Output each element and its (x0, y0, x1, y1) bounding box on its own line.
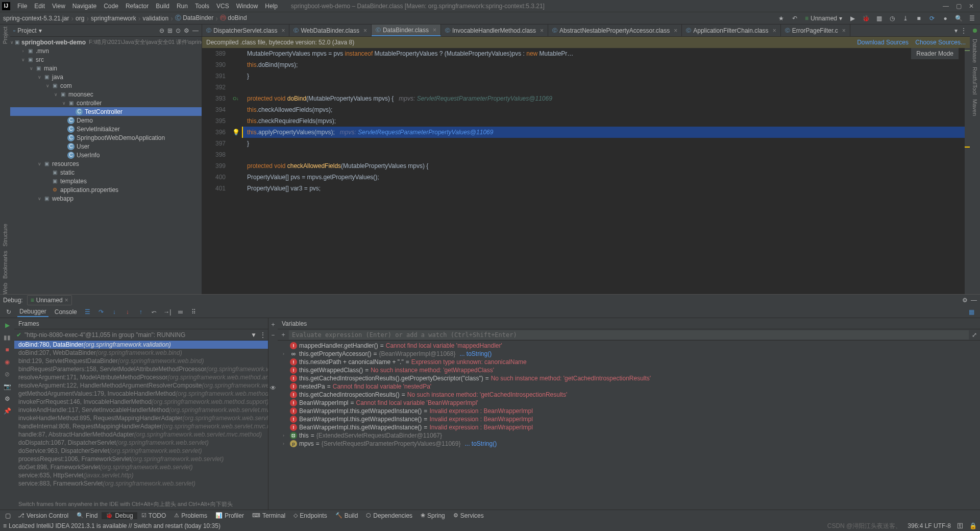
threads-icon[interactable]: ☰ (83, 307, 92, 317)
stack-frame[interactable]: doService:963, DispatcherServlet (org.sp… (14, 447, 268, 455)
stack-frame[interactable]: getMethodArgumentValues:179, InvocableHa… (14, 390, 268, 398)
thread-selector[interactable]: "http-nio-8080-exec-4"@11,055 in group "… (24, 331, 248, 339)
bookmarks-toolwindow-button[interactable]: Bookmarks (2, 251, 8, 279)
stack-frame[interactable]: handle:87, AbstractHandlerMethodAdapter … (14, 430, 268, 439)
close-icon[interactable]: ✕ (969, 3, 974, 10)
tab-close-icon[interactable]: × (674, 27, 677, 34)
code-line-393[interactable]: protected void doBind(MutablePropertyVal… (243, 93, 970, 104)
tree-item-demo[interactable]: CDemo (10, 116, 202, 125)
maximize-icon[interactable]: ▢ (956, 3, 962, 10)
collapse-icon[interactable]: ⊖ (159, 27, 164, 34)
variable-row[interactable]: !this.getWrappedClass() = No such instan… (278, 366, 980, 374)
stack-frame[interactable]: doBind:780, DataBinder (org.springframew… (14, 341, 268, 349)
toolwindow-endpoints[interactable]: ◇Endpoints (289, 512, 331, 519)
tree-item-springbootwebdemoapplication[interactable]: CSpringbootWebDemoApplication (10, 133, 202, 142)
tab-more-icon[interactable]: ⋮ (961, 27, 967, 34)
stack-frame[interactable]: doBind:207, WebDataBinder (org.springfra… (14, 349, 268, 357)
tab-close-icon[interactable]: × (433, 27, 436, 34)
tree-item-src[interactable]: ∨▣src (10, 55, 202, 64)
code-line-395[interactable]: this.checkRequiredFields(mpvs); (243, 115, 970, 127)
stack-frame[interactable]: service:883, FrameworkServlet (org.sprin… (14, 479, 268, 488)
code-line-394[interactable]: this.checkAllowedFields(mpvs); (243, 104, 970, 115)
expand-icon[interactable]: ⤢ (969, 331, 980, 339)
menu-edit[interactable]: Edit (31, 2, 48, 11)
settings-icon[interactable]: ⚙ (2, 394, 12, 404)
evaluate-input[interactable] (289, 330, 969, 340)
force-step-into-icon[interactable]: ↓ (123, 307, 132, 317)
variable-row[interactable]: !mappedHandler.getHandler() = Cannot fin… (278, 342, 980, 350)
crumb-2[interactable]: springframework (91, 15, 136, 22)
editor-tab-ErrorPageFilter.c[interactable]: ⒸErrorPageFilter.c× (781, 25, 850, 36)
back-icon[interactable]: ↶ (790, 13, 800, 23)
debug-session-tab[interactable]: ≡Unnamed× (27, 295, 72, 305)
tab-close-icon[interactable]: × (281, 27, 285, 34)
debug-settings-icon[interactable]: ⚙ (962, 297, 968, 304)
project-tree[interactable]: ∨▣springboot-web-demoF:\晴月\2021\Java安全\j… (10, 37, 202, 294)
hide-icon[interactable]: — (192, 27, 199, 34)
variable-row[interactable]: !BeanWrapperImpl.this.getWrappedInstance… (278, 415, 980, 423)
show-watches-icon[interactable]: 👁 (270, 384, 276, 392)
choose-sources-link[interactable]: Choose Sources... (915, 39, 966, 46)
remove-watch-icon[interactable]: － (270, 331, 276, 340)
toolwindow-terminal[interactable]: ⌨Terminal (248, 512, 289, 519)
debug-hide-icon[interactable]: — (971, 297, 977, 304)
stop-icon[interactable]: ■ (2, 345, 12, 355)
update-icon[interactable]: ⟳ (927, 13, 937, 23)
code-line-400[interactable]: PropertyValue[] pvs = mpvs.getPropertyVa… (243, 172, 970, 183)
code-line-397[interactable]: } (243, 138, 970, 149)
code-line-391[interactable]: } (243, 70, 970, 82)
menu-build[interactable]: Build (153, 2, 173, 11)
coverage-icon[interactable]: ▦ (874, 13, 884, 23)
variable-row[interactable]: ›pmpvs = {ServletRequestParameterPropert… (278, 440, 980, 448)
attach-icon[interactable]: ⤓ (900, 13, 911, 23)
menu-vcs[interactable]: VCS (213, 2, 232, 11)
stack-frame[interactable]: handleInternal:808, RequestMappingHandle… (14, 422, 268, 430)
rerun-icon[interactable]: ↻ (4, 307, 13, 317)
step-out-icon[interactable]: ↑ (136, 307, 145, 317)
view-breakpoints-icon[interactable]: ◉ (2, 357, 12, 367)
structure-toolwindow-button[interactable]: Structure (2, 224, 8, 247)
more-icon[interactable]: ⋮ (260, 331, 266, 339)
tree-item-com[interactable]: ∨▣com (10, 81, 202, 90)
run-to-cursor-icon[interactable]: →| (163, 307, 172, 317)
toolwindow-find[interactable]: 🔍Find (72, 512, 102, 519)
tree-item-application.properties[interactable]: ⚙application.properties (10, 185, 202, 194)
layout-icon[interactable]: ▦ (967, 307, 976, 317)
stack-frame[interactable]: resolveArgument:171, ModelAttributeMetho… (14, 373, 268, 381)
menu-file[interactable]: File (14, 2, 30, 11)
project-toolwindow-button[interactable]: Project (2, 27, 8, 44)
console-tab[interactable]: Console (53, 307, 79, 317)
profile-icon[interactable]: ◷ (887, 13, 897, 23)
toolwindow-dependencies[interactable]: ⬡Dependencies (362, 512, 416, 519)
menu-run[interactable]: Run (174, 2, 191, 11)
crumb-1[interactable]: org (76, 15, 84, 22)
variable-row[interactable]: ›∞this.getPropertyAccessor() = {BeanWrap… (278, 350, 980, 358)
stack-frame[interactable]: resolveArgument:122, HandlerMethodArgume… (14, 381, 268, 390)
trace-icon[interactable]: ⠿ (189, 307, 199, 317)
menu-code[interactable]: Code (101, 2, 121, 11)
git-icon[interactable]: ● (940, 13, 950, 23)
code-line-398[interactable] (243, 149, 970, 160)
inspection-icon[interactable]: ⚿ (957, 522, 963, 529)
filter-icon[interactable]: ▼ (251, 331, 257, 339)
code-editor[interactable]: 389390391392393394395396397398399400401 … (202, 48, 970, 294)
mute-breakpoints-icon[interactable]: ⊘ (2, 369, 12, 379)
settings-icon[interactable]: ⚙ (184, 27, 189, 34)
editor-tab-DataBinder.class[interactable]: ⒸDataBinder.class× (372, 25, 441, 36)
database-toolwindow-button[interactable]: Database (972, 39, 978, 63)
tree-item-controller[interactable]: ∨▣controller (10, 99, 202, 107)
stack-frame[interactable]: bind:129, ServletRequestDataBinder (org.… (14, 357, 268, 365)
crumb-3[interactable]: validation (142, 15, 168, 22)
code-line-401[interactable]: PropertyValue[] var3 = pvs; (243, 183, 970, 194)
crumb-0[interactable]: spring-context-5.3.21.jar (3, 15, 69, 22)
bookmark-icon[interactable]: ★ (776, 13, 787, 23)
minimize-icon[interactable]: — (943, 3, 949, 10)
drop-frame-icon[interactable]: ⤺ (150, 307, 159, 317)
toolwindow-profiler[interactable]: 📊Profiler (211, 512, 248, 519)
stack-frame[interactable]: invokeHandlerMethod:895, RequestMappingH… (14, 414, 268, 422)
variable-row[interactable]: !this.nestedPath + canonicalName + "." =… (278, 358, 980, 366)
variable-row[interactable]: !BeanWrapperImpl.this.getWrappedInstance… (278, 423, 980, 431)
override-gutter-icon[interactable]: O↓ (233, 93, 239, 104)
tree-item-webapp[interactable]: ∨▣webapp (10, 194, 202, 203)
code-line-390[interactable]: this.doBind(mpvs); (243, 59, 970, 70)
